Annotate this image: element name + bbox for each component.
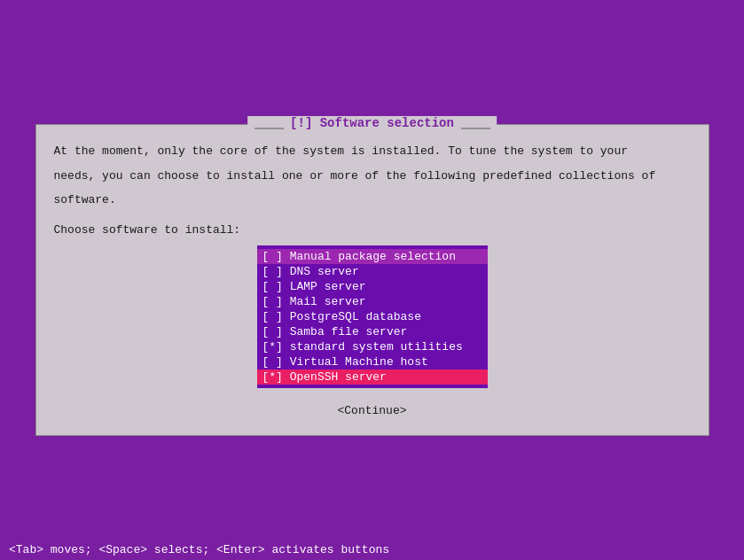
package-list[interactable]: [ ] Manual package selection [ ] DNS ser… bbox=[257, 245, 488, 388]
desc-line3: software. bbox=[54, 191, 691, 209]
screen: ⎯⎯⎯⎯ [!] Software selection ⎯⎯⎯⎯ At the … bbox=[0, 0, 744, 560]
title-bracket-left: ⎯⎯⎯⎯ bbox=[255, 116, 290, 130]
dialog-title-text: [!] Software selection bbox=[290, 116, 454, 130]
status-text: <Tab> moves; <Space> selects; <Enter> ac… bbox=[9, 543, 389, 556]
title-bracket-right: ⎯⎯⎯⎯ bbox=[461, 116, 489, 130]
dialog: ⎯⎯⎯⎯ [!] Software selection ⎯⎯⎯⎯ At the … bbox=[35, 124, 709, 436]
status-bar: <Tab> moves; <Space> selects; <Enter> ac… bbox=[0, 540, 744, 560]
list-item[interactable]: [ ] Manual package selection bbox=[257, 249, 488, 264]
list-item[interactable]: [ ] Mail server bbox=[257, 294, 488, 309]
continue-button-container: <Continue> bbox=[54, 404, 691, 417]
choose-label: Choose software to install: bbox=[54, 223, 691, 237]
dialog-description: At the moment, only the core of the syst… bbox=[54, 143, 691, 209]
list-item[interactable]: [*] standard system utilities bbox=[257, 339, 488, 354]
list-item[interactable]: [ ] Samba file server bbox=[257, 324, 488, 339]
desc-line1: At the moment, only the core of the syst… bbox=[54, 143, 691, 160]
list-item[interactable]: [ ] LAMP server bbox=[257, 279, 488, 294]
package-list-container: [ ] Manual package selection [ ] DNS ser… bbox=[54, 245, 691, 388]
continue-button[interactable]: <Continue> bbox=[337, 404, 406, 417]
list-item-openssh[interactable]: [*] OpenSSH server bbox=[257, 369, 488, 385]
list-item[interactable]: [ ] Virtual Machine host bbox=[257, 354, 488, 369]
list-item[interactable]: [ ] DNS server bbox=[257, 264, 488, 279]
list-item[interactable]: [ ] PostgreSQL database bbox=[257, 309, 488, 324]
desc-line2: needs, you can choose to install one or … bbox=[54, 167, 691, 185]
dialog-title: ⎯⎯⎯⎯ [!] Software selection ⎯⎯⎯⎯ bbox=[247, 116, 497, 130]
